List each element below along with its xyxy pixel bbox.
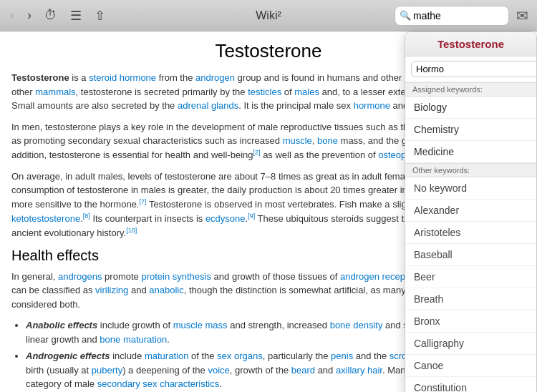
list-button[interactable]: ☰ bbox=[66, 5, 86, 26]
keyword-aristoteles[interactable]: Aristoteles bbox=[405, 222, 536, 244]
toolbar-title: Wiki² bbox=[256, 9, 281, 22]
link-sex-organs[interactable]: sex organs bbox=[217, 351, 263, 361]
keyword-baseball[interactable]: Baseball bbox=[405, 244, 536, 266]
dropdown-input-row: ✕ + bbox=[405, 57, 536, 82]
main-content: Testosterone Testosterone is a steroid h… bbox=[0, 31, 537, 392]
keyword-calligraphy[interactable]: Calligraphy bbox=[405, 333, 536, 355]
link-steroid-hormone[interactable]: steroid hormone bbox=[89, 72, 156, 83]
link-axillary-hair[interactable]: axillary hair bbox=[336, 365, 382, 376]
link-puberty[interactable]: puberty bbox=[92, 365, 122, 376]
history-button[interactable]: ⏱ bbox=[40, 5, 62, 26]
link-bone-maturation[interactable]: bone maturation bbox=[100, 334, 167, 345]
link-maturation[interactable]: maturation bbox=[145, 351, 188, 361]
keyword-chemistry[interactable]: Chemistry bbox=[405, 119, 536, 141]
link-bone[interactable]: bone bbox=[317, 135, 338, 146]
share-button[interactable]: ⇧ bbox=[90, 5, 110, 26]
keyword-input[interactable] bbox=[411, 61, 537, 77]
keyword-bronx[interactable]: Bronx bbox=[405, 310, 536, 333]
link-adrenal-glands[interactable]: adrenal glands bbox=[178, 100, 238, 111]
dropdown-title: Testosterone bbox=[405, 32, 536, 57]
link-males[interactable]: males bbox=[294, 87, 319, 97]
link-penis[interactable]: penis bbox=[331, 351, 353, 361]
link-muscle[interactable]: muscle bbox=[283, 135, 312, 146]
link-androgen[interactable]: androgen bbox=[195, 72, 235, 83]
link-virilizing[interactable]: virilizing bbox=[95, 285, 128, 295]
link-secondary-sex[interactable]: secondary sex characteristics bbox=[97, 378, 220, 389]
keyword-canoe[interactable]: Canoe bbox=[405, 355, 536, 377]
keyword-medicine[interactable]: Medicine bbox=[405, 141, 536, 163]
keyword-constitution[interactable]: Constitution bbox=[405, 377, 536, 392]
keyword-alexander[interactable]: Alexander bbox=[405, 200, 536, 222]
back-button[interactable]: ‹ bbox=[6, 5, 19, 26]
app-title: Wiki² bbox=[256, 9, 281, 21]
link-testicles[interactable]: testicles bbox=[248, 87, 281, 97]
link-muscle-mass[interactable]: muscle mass bbox=[173, 320, 228, 330]
link-hormone[interactable]: hormone bbox=[354, 100, 390, 111]
toolbar: ‹ › ⏱ ☰ ⇧ Wiki² 🔍 ✕ ✉ bbox=[0, 0, 537, 31]
link-mammals[interactable]: mammals bbox=[35, 87, 75, 97]
assigned-keywords-label: Assigned keywords: bbox=[405, 82, 536, 97]
keyword-beer[interactable]: Beer bbox=[405, 266, 536, 288]
link-anabolic[interactable]: anabolic bbox=[149, 285, 183, 295]
keyword-biology[interactable]: Biology bbox=[405, 97, 536, 119]
link-ecdysone[interactable]: ecdysone bbox=[205, 213, 246, 224]
inbox-button[interactable]: ✉ bbox=[513, 4, 531, 27]
keyword-dropdown: Testosterone ✕ + Assigned keywords: Biol… bbox=[405, 31, 537, 392]
toolbar-right: 🔍 ✕ ✉ bbox=[395, 4, 531, 27]
link-protein-synthesis[interactable]: protein synthesis bbox=[141, 271, 211, 282]
forward-button[interactable]: › bbox=[23, 5, 36, 26]
search-icon: 🔍 bbox=[400, 10, 411, 21]
keyword-breath[interactable]: Breath bbox=[405, 288, 536, 310]
link-beard[interactable]: beard bbox=[291, 365, 315, 376]
search-bar: 🔍 ✕ bbox=[395, 6, 509, 26]
link-bone-density[interactable]: bone density bbox=[330, 320, 383, 330]
keyword-no-keyword[interactable]: No keyword bbox=[405, 177, 536, 200]
link-androgens[interactable]: androgens bbox=[58, 271, 102, 282]
link-voice[interactable]: voice bbox=[208, 365, 229, 376]
other-keywords-label: Other keywords: bbox=[405, 163, 536, 177]
